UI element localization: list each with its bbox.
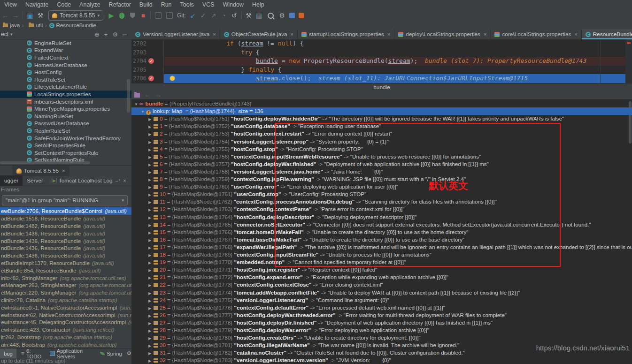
map-entry-row[interactable]: ▶27 = {HashMap$Node@1778} "hostConfig.de… — [131, 319, 632, 326]
statusbar-item-application-servers[interactable]: Application Servers — [46, 349, 95, 358]
expand-arrow-icon[interactable]: ▶ — [148, 176, 154, 183]
stack-frame-row[interactable]: ndBundle:1482, ResourceBundle(java.util) — [0, 222, 131, 230]
debug-icon[interactable] — [119, 13, 124, 19]
map-entry-row[interactable]: ▶21 = {HashMap$Node@1772} "hostConfig.ex… — [131, 273, 632, 281]
gear-icon[interactable]: ⚙ — [127, 350, 131, 356]
expand-arrow-icon[interactable]: ▶ — [148, 191, 154, 198]
close-icon[interactable]: × — [123, 178, 126, 183]
tree-item-mimetypemappings-properties[interactable]: MimeTypeMappings.properties — [0, 105, 131, 113]
map-entry-row[interactable]: ▶32 = {HashMap$Node@1783} "versionLogger… — [131, 356, 632, 364]
editor-tab-6[interactable]: CResourceBundle.java× — [582, 29, 632, 39]
expand-arrow-icon[interactable]: ▶ — [148, 131, 154, 137]
map-entry-row[interactable]: ▶13 = {HashMap$Node@1764} "hostConfig.de… — [131, 213, 632, 221]
expand-arrow-icon[interactable]: ▶ — [148, 342, 154, 349]
debugger-tab-1[interactable]: ugger — [0, 175, 23, 186]
tree-item-engineruleset[interactable]: CEngineRuleSet — [0, 39, 131, 47]
map-entry-row[interactable]: ▶23 = {HashMap$Node@1774} "tomcat.addWeb… — [131, 289, 632, 296]
back-icon[interactable]: ← — [145, 91, 151, 99]
map-entry-row[interactable]: ▶19 = {HashMap$Node@1770} "embedded.notm… — [131, 258, 632, 266]
breakpoint-icon[interactable]: ✓ — [148, 76, 154, 81]
stack-frame-row[interactable]: ewBundle:2706, ResourceBundle$Control(ja… — [0, 207, 131, 215]
tree-item-lifecyclelistenerrule[interactable]: CLifecycleListenerRule — [0, 83, 131, 91]
stack-frame-row[interactable]: etManager:263, StringManager(org.apache.… — [0, 281, 131, 289]
menu-item-code[interactable]: Code — [53, 1, 75, 8]
map-entry-row[interactable]: ▶2 = {HashMap$Node@1753} "hostConfig.con… — [131, 130, 632, 137]
map-entry-row[interactable]: ▶17 = {HashMap$Node@1768} "expandWar.ill… — [131, 243, 632, 251]
map-entry-row[interactable]: ▶0 = {HashMap$Node@1751} "hostConfig.dep… — [131, 115, 632, 122]
expand-arrow-icon[interactable]: ▶ — [148, 161, 154, 168]
editor-scroll-stripe[interactable] — [625, 39, 632, 83]
stack-frame-row[interactable]: ndBundle:1436, ResourceBundle(java.util) — [0, 252, 131, 259]
run-window-icon[interactable]: ▣ — [25, 12, 35, 19]
map-entry-row[interactable]: ▶20 = {HashMap$Node@1771} "hostConfig.jm… — [131, 266, 632, 273]
forward-icon[interactable]: → — [155, 91, 162, 99]
map-entry-row[interactable]: ▶18 = {HashMap$Node@1769} "contextConfig… — [131, 251, 632, 258]
build-hammer-icon[interactable]: ⚒ — [35, 12, 46, 19]
expand-arrow-icon[interactable]: ▼ — [141, 108, 146, 115]
tree-item-setallpropertiesrule[interactable]: CSetAllPropertiesRule — [0, 142, 131, 149]
code-editor[interactable]: 2702 if (stream != null) {2703 try {2704… — [131, 39, 632, 83]
variable-row-lookup[interactable]: ▼flookup: Map = {HashMap@1744}size = 136 — [131, 107, 632, 115]
expand-arrow-icon[interactable]: ▶ — [148, 116, 154, 122]
stack-frame-row[interactable]: etBundleImpl:1370, ResourceBundle(java.u… — [0, 259, 131, 267]
map-entry-row[interactable]: ▶9 = {HashMap$Node@1760} "userConfig.err… — [131, 183, 632, 190]
expand-arrow-icon[interactable]: ▶ — [148, 297, 154, 304]
tree-item-expandwar[interactable]: CExpandWar — [0, 47, 131, 54]
thread-selector[interactable]: "main"@1 in group "main": RUNNING ▾ — [2, 195, 128, 205]
expand-arrow-icon[interactable]: ▶ — [148, 305, 154, 311]
menu-item-refactor[interactable]: Refactor — [105, 1, 135, 8]
expand-arrow-icon[interactable]: ▶ — [148, 327, 154, 334]
expand-arrow-icon[interactable]: ▶ — [148, 154, 154, 160]
map-entry-row[interactable]: ▶25 = {HashMap$Node@1776} "contextConfig… — [131, 304, 632, 311]
tree-item-setcontextpropertiesrule[interactable]: CSetContextPropertiesRule — [0, 149, 131, 157]
map-entry-row[interactable]: ▶11 = {HashMap$Node@1762} "contextConfig… — [131, 198, 632, 205]
stack-frame-row[interactable]: clinit>:78, Catalina(org.apache.catalina… — [0, 296, 131, 304]
run-icon[interactable]: ▶ — [106, 12, 116, 19]
expand-arrow-icon[interactable]: ▶ — [148, 267, 154, 273]
map-entry-row[interactable]: ▶22 = {HashMap$Node@1773} "contextConfig… — [131, 281, 632, 288]
stack-frame-row[interactable]: init>:82, StringManager(org.apache.tomca… — [0, 274, 131, 281]
show-types-icon[interactable] — [134, 93, 140, 98]
stack-frame-row[interactable]: adBundle:1518, ResourceBundle(java.util) — [0, 215, 131, 222]
expand-arrow-icon[interactable]: ▶ — [148, 139, 154, 145]
expand-arrow-icon[interactable]: ▶ — [148, 146, 154, 153]
expand-arrow-icon[interactable]: ▶ — [148, 335, 154, 341]
expand-arrow-icon[interactable]: ▶ — [148, 320, 154, 326]
back-icon[interactable]: ← — [0, 12, 10, 19]
expand-arrow-icon[interactable]: ▶ — [148, 229, 154, 236]
tree-vertical-scrollbar[interactable] — [127, 79, 130, 113]
editor-tab-2[interactable]: CObjectCreateRule.java× — [220, 29, 298, 39]
map-entry-row[interactable]: ▶6 = {HashMap$Node@1757} "hostConfig.dep… — [131, 160, 632, 168]
expand-arrow-icon[interactable]: ▶ — [148, 237, 154, 243]
expand-arrow-icon[interactable]: ▶ — [148, 259, 154, 266]
tree-item-realmruleset[interactable]: CRealmRuleSet — [0, 127, 131, 135]
close-icon[interactable]: × — [290, 31, 293, 37]
panel-settings-icon[interactable]: ⚙ — [112, 31, 118, 38]
stack-frame-row[interactable]: ewInstance:62, NativeConstructorAccessor… — [0, 311, 131, 318]
debugger-tab-3[interactable]: ▶Tomcat Localhost Log→*× — [47, 177, 131, 184]
expand-arrow-icon[interactable]: ▶ — [148, 312, 154, 319]
map-entry-row[interactable]: ▶26 = {HashMap$Node@1777} "hostConfig.de… — [131, 311, 632, 319]
expand-arrow-icon[interactable]: ▶ — [148, 199, 154, 205]
stack-frame-row[interactable]: ndBundle:1436, ResourceBundle(java.util) — [0, 229, 131, 237]
editor-tab-3[interactable]: startup\LocalStrings.properties× — [298, 29, 394, 39]
map-entry-row[interactable]: ▶8 = {HashMap$Node@1759} "contextConfig.… — [131, 175, 632, 183]
expand-arrow-icon[interactable]: ▶ — [148, 357, 154, 364]
menu-item-navigate[interactable]: Navigate — [21, 1, 53, 8]
forward-icon[interactable]: → — [10, 12, 21, 19]
expand-arrow-icon[interactable]: ▶ — [148, 123, 154, 130]
map-entry-row[interactable]: ▶16 = {HashMap$Node@1767} "tomcat.baseDi… — [131, 236, 632, 243]
expand-arrow-icon[interactable]: ▶ — [148, 214, 154, 221]
tomcat-tool-tab[interactable]: Tomcat 8.5.55 × — [12, 166, 69, 176]
tree-item-hostruleset[interactable]: CHostRuleSet — [0, 76, 131, 83]
close-icon[interactable]: × — [574, 31, 577, 37]
breadcrumb-util[interactable]: util — [36, 23, 43, 28]
map-entry-row[interactable]: ▶14 = {HashMap$Node@1765} "connector.noS… — [131, 221, 632, 228]
project-panel-title[interactable]: ect — [1, 31, 8, 38]
expand-arrow-icon[interactable]: ▶ — [148, 350, 154, 356]
tree-item-passwduserdatabase[interactable]: CPasswdUserDatabase — [0, 120, 131, 128]
map-entry-row[interactable]: ▶1 = {HashMap$Node@1752} "userConfig.dat… — [131, 122, 632, 130]
expand-arrow-icon[interactable]: ▶ — [148, 282, 154, 288]
map-entry-row[interactable]: ▶4 = {HashMap$Node@1755} "hostConfig.sto… — [131, 145, 632, 153]
close-icon[interactable]: × — [387, 31, 390, 37]
